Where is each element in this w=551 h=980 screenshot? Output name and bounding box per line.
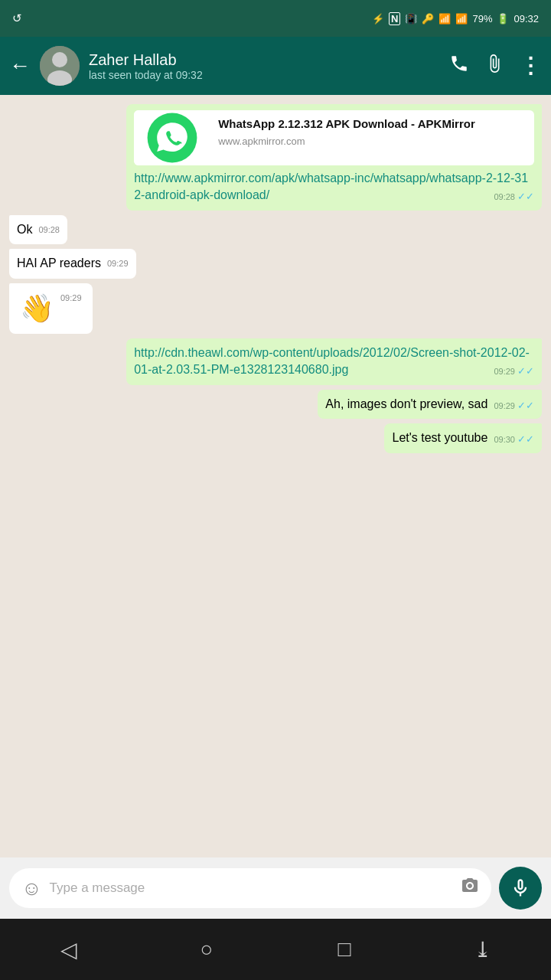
status-bar: ↺ ⚡ N 📳 🔑 📶 📶 79% 🔋 09:32 bbox=[0, 0, 551, 37]
more-button[interactable]: ⋮ bbox=[520, 55, 542, 77]
back-button[interactable]: ← bbox=[9, 54, 31, 78]
nav-bar: ◁ ○ □ ⤓ bbox=[0, 919, 551, 980]
link-preview-image bbox=[134, 110, 210, 165]
contact-name: Zaher Hallab bbox=[89, 51, 440, 69]
avatar-image bbox=[40, 46, 80, 86]
phone-button[interactable] bbox=[449, 54, 469, 78]
header-actions: ⋮ bbox=[449, 54, 542, 78]
message-bubble: WhatsApp 2.12.312 APK Download - APKMirr… bbox=[126, 104, 542, 211]
message-bubble: Ah, images don't preview, sad 09:29 ✓✓ bbox=[318, 390, 542, 419]
contact-status: last seen today at 09:32 bbox=[89, 69, 440, 81]
message-time: 09:29 bbox=[60, 292, 82, 304]
message-time: 09:28 ✓✓ bbox=[494, 190, 534, 204]
link-preview: WhatsApp 2.12.312 APK Download - APKMirr… bbox=[134, 110, 534, 165]
mic-button[interactable] bbox=[499, 867, 542, 910]
message-bubble: Ok 09:28 bbox=[9, 215, 67, 244]
message-row: 👋 09:29 bbox=[9, 283, 542, 334]
message-input-box[interactable]: ☺ Type a message bbox=[9, 868, 491, 908]
refresh-icon: ↺ bbox=[12, 11, 22, 25]
home-nav-button[interactable]: ○ bbox=[176, 926, 237, 972]
message-bubble: 👋 09:29 bbox=[9, 283, 93, 334]
message-row: WhatsApp 2.12.312 APK Download - APKMirr… bbox=[9, 104, 542, 211]
bluetooth-icon: ⚡ bbox=[372, 13, 384, 24]
emoji-button[interactable]: ☺ bbox=[21, 877, 42, 900]
message-row: http://cdn.theawl.com/wp-content/uploads… bbox=[9, 338, 542, 385]
battery-icon: 🔋 bbox=[497, 13, 509, 24]
vibrate-icon: 📳 bbox=[405, 13, 417, 24]
message-bubble: HAI AP readers 09:29 bbox=[9, 249, 136, 278]
message-bubble: http://cdn.theawl.com/wp-content/uploads… bbox=[126, 338, 542, 385]
link-preview-domain: www.apkmirror.com bbox=[218, 135, 527, 149]
nfc-icon: N bbox=[389, 12, 400, 25]
contact-info[interactable]: Zaher Hallab last seen today at 09:32 bbox=[89, 51, 440, 81]
down-nav-button[interactable]: ⤓ bbox=[452, 926, 513, 972]
message-link[interactable]: http://cdn.theawl.com/wp-content/uploads… bbox=[134, 346, 530, 376]
svg-point-1 bbox=[52, 52, 67, 67]
message-row: Ah, images don't preview, sad 09:29 ✓✓ bbox=[9, 390, 542, 419]
message-time: 09:29 ✓✓ bbox=[494, 364, 534, 378]
wifi-icon: 📶 bbox=[439, 13, 451, 24]
signal-icon: 📶 bbox=[455, 13, 468, 24]
battery-level: 79% bbox=[472, 13, 492, 24]
back-nav-button[interactable]: ◁ bbox=[38, 926, 99, 972]
message-row: Ok 09:28 bbox=[9, 215, 542, 244]
time-display: 09:32 bbox=[514, 13, 539, 24]
camera-button[interactable] bbox=[461, 877, 479, 900]
chat-area: WhatsApp 2.12.312 APK Download - APKMirr… bbox=[0, 95, 551, 919]
message-text: HAI AP readers bbox=[17, 256, 101, 270]
message-text: Ok bbox=[17, 223, 32, 236]
attach-button[interactable] bbox=[484, 54, 504, 78]
message-input[interactable]: Type a message bbox=[50, 880, 453, 896]
link-preview-content: WhatsApp 2.12.312 APK Download - APKMirr… bbox=[210, 110, 534, 165]
message-time: 09:29 ✓✓ bbox=[494, 399, 534, 413]
message-text: Ah, images don't preview, sad bbox=[325, 397, 487, 410]
status-bar-right: ⚡ N 📳 🔑 📶 📶 79% 🔋 09:32 bbox=[372, 12, 539, 25]
avatar[interactable] bbox=[40, 46, 80, 86]
message-row: HAI AP readers 09:29 bbox=[9, 249, 542, 278]
message-bubble: Let's test youtube 09:30 ✓✓ bbox=[384, 423, 542, 452]
message-text: Let's test youtube bbox=[392, 431, 487, 444]
message-time: 09:30 ✓✓ bbox=[494, 433, 534, 446]
input-area: ☺ Type a message bbox=[0, 858, 551, 919]
message-time: 09:29 bbox=[107, 258, 129, 270]
status-bar-left: ↺ bbox=[12, 11, 22, 25]
message-row: Let's test youtube 09:30 ✓✓ bbox=[9, 423, 542, 452]
message-link[interactable]: http://www.apkmirror.com/apk/whatsapp-in… bbox=[134, 172, 528, 201]
vpn-icon: 🔑 bbox=[422, 13, 434, 24]
recent-nav-button[interactable]: □ bbox=[314, 926, 375, 972]
emoji-text: 👋 bbox=[20, 292, 54, 324]
chat-header: ← Zaher Hallab last seen today at 09:32 … bbox=[0, 37, 551, 95]
message-time: 09:28 bbox=[38, 224, 60, 236]
link-preview-title: WhatsApp 2.12.312 APK Download - APKMirr… bbox=[218, 116, 527, 132]
